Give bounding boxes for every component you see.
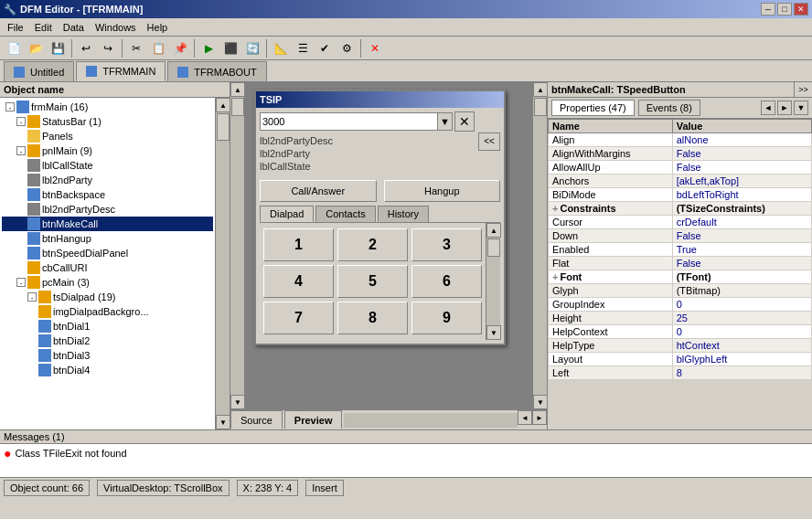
prop-row-layout[interactable]: Layout blGlyphLeft xyxy=(549,353,812,366)
toolbar-save[interactable]: 💾 xyxy=(48,38,68,58)
tree-item-btnspeeddial[interactable]: btnSpeedDialPanel xyxy=(2,246,213,260)
menu-edit[interactable]: Edit xyxy=(29,20,58,35)
hscroll-right[interactable]: ► xyxy=(532,410,547,425)
toolbar-refresh[interactable]: 🔄 xyxy=(242,38,262,58)
prop-row-font[interactable]: +Font (TFont) xyxy=(549,270,812,284)
tree-item-pcmain[interactable]: - pcMain (3) xyxy=(2,275,213,290)
tree-expand-frmmain[interactable]: - xyxy=(5,102,15,111)
tree-item-lblcallstate[interactable]: lblCallState xyxy=(2,158,213,173)
prop-row-height[interactable]: Height 25 xyxy=(549,312,812,325)
tree-expand-tsdialpad[interactable]: - xyxy=(27,292,37,302)
toolbar-paste[interactable]: 📌 xyxy=(170,38,190,58)
tab-tfrmabout[interactable]: TFRMABOUT xyxy=(167,61,266,81)
prop-row-down[interactable]: Down False xyxy=(549,229,812,243)
prop-row-left[interactable]: Left 8 xyxy=(549,366,812,380)
maximize-button[interactable]: □ xyxy=(777,3,792,16)
vscroll-thumb[interactable] xyxy=(217,113,230,141)
prop-nav-prev[interactable]: ◄ xyxy=(761,101,775,115)
tree-item-lbl2ndparty[interactable]: lbl2ndParty xyxy=(2,173,213,187)
tree-expand-statusbar[interactable]: - xyxy=(16,117,26,126)
toolbar-redo[interactable]: ↪ xyxy=(98,38,118,58)
tsip-arrow-up[interactable]: << xyxy=(478,132,500,151)
tree-item-imgdialpad[interactable]: imgDialpadBackgro... xyxy=(2,304,213,319)
tab-history[interactable]: History xyxy=(378,206,429,222)
tab-untitled[interactable]: Untitled xyxy=(4,61,74,81)
right-panel-expand-btn[interactable]: >> xyxy=(794,82,812,97)
dial-7[interactable]: 7 xyxy=(263,302,334,334)
tsip-dropdown-btn[interactable]: ▼ xyxy=(438,112,453,131)
prop-row-enabled[interactable]: Enabled True xyxy=(549,243,812,257)
tree-item-btndial3[interactable]: btnDial3 xyxy=(2,348,213,363)
prop-row-helpcontext[interactable]: HelpContext 0 xyxy=(549,325,812,339)
tree-item-btnmakecall[interactable]: btnMakeCall xyxy=(2,217,213,231)
center-vscroll-down[interactable]: ▼ xyxy=(230,395,245,409)
tab-events[interactable]: Events (8) xyxy=(638,100,700,116)
prop-row-alignwithmargins[interactable]: AlignWithMargins False xyxy=(549,147,812,161)
center-vscroll-up[interactable]: ▲ xyxy=(230,82,245,97)
tree-item-btndial1[interactable]: btnDial1 xyxy=(2,319,213,334)
prop-row-allowallup[interactable]: AllowAllUp False xyxy=(549,161,812,175)
tree-item-statusbar[interactable]: - StatusBar (1) xyxy=(2,114,213,129)
toolbar-undo[interactable]: ↩ xyxy=(76,38,96,58)
left-panel-vscroll[interactable]: ▲ ▼ xyxy=(215,98,230,429)
tree-expand-pcmain[interactable]: - xyxy=(16,278,26,287)
tree-expand-pnlmain[interactable]: - xyxy=(16,146,26,155)
tab-tfrmmain[interactable]: TFRMMAIN xyxy=(76,61,166,81)
toolbar-align[interactable]: ☰ xyxy=(293,38,313,58)
tree-item-cbcalluri[interactable]: cbCallURI xyxy=(2,260,213,275)
vscroll-up[interactable]: ▲ xyxy=(216,98,230,112)
toolbar-stop[interactable]: ⬛ xyxy=(220,38,240,58)
prop-row-helptype[interactable]: HelpType htContext xyxy=(549,339,812,353)
dial-3[interactable]: 3 xyxy=(411,228,482,261)
tab-dialpad[interactable]: Dialpad xyxy=(260,206,314,222)
dial-6[interactable]: 6 xyxy=(411,265,482,298)
tree-item-btndial4[interactable]: btnDial4 xyxy=(2,363,213,377)
dialpad-scroll-down[interactable]: ▼ xyxy=(486,325,501,340)
toolbar-options[interactable]: ⚙ xyxy=(337,38,357,58)
dialpad-vscroll[interactable]: ▲ ▼ xyxy=(486,223,500,340)
menu-help[interactable]: Help xyxy=(142,20,174,35)
toolbar-check[interactable]: ✔ xyxy=(315,38,335,58)
center-vscroll-right[interactable]: ▲ ▼ xyxy=(532,82,547,409)
center-right-scroll-down[interactable]: ▼ xyxy=(533,395,547,409)
toolbar-cut[interactable]: ✂ xyxy=(126,38,146,58)
tree-item-panels[interactable]: Panels xyxy=(2,129,213,143)
tsip-phone-input[interactable] xyxy=(260,112,438,131)
prop-row-bidimode[interactable]: BiDiMode bdLeftToRight xyxy=(549,188,812,202)
dial-2[interactable]: 2 xyxy=(337,228,408,261)
tsip-hangup-btn[interactable]: Hangup xyxy=(384,180,501,202)
center-right-thumb[interactable] xyxy=(534,98,547,116)
toolbar-close[interactable]: ✕ xyxy=(365,38,385,58)
prop-row-anchors[interactable]: Anchors [akLeft,akTop] xyxy=(549,175,812,188)
toolbar-open[interactable]: 📂 xyxy=(26,38,46,58)
prop-nav-down[interactable]: ▼ xyxy=(794,101,808,115)
tab-contacts[interactable]: Contacts xyxy=(315,206,375,222)
tree-item-btnhangup[interactable]: btnHangup xyxy=(2,231,213,246)
menu-windows[interactable]: Windows xyxy=(90,20,142,35)
menu-file[interactable]: File xyxy=(2,20,29,35)
center-vscroll-thumb[interactable] xyxy=(231,98,244,116)
toolbar-new[interactable]: 📄 xyxy=(4,38,24,58)
center-right-scroll-up[interactable]: ▲ xyxy=(533,82,547,97)
tsip-clear-btn[interactable]: ✕ xyxy=(454,111,475,132)
dial-9[interactable]: 9 xyxy=(411,302,482,334)
prop-nav-next[interactable]: ► xyxy=(777,101,792,115)
dialpad-scroll-up[interactable]: ▲ xyxy=(486,223,501,238)
menu-data[interactable]: Data xyxy=(58,20,90,35)
prop-row-glyph[interactable]: Glyph (TBitmap) xyxy=(549,284,812,298)
tree-item-lbl2ndpartydesc[interactable]: lbl2ndPartyDesc xyxy=(2,202,213,217)
toolbar-layout[interactable]: 📐 xyxy=(271,38,291,58)
dial-1[interactable]: 1 xyxy=(263,228,334,261)
minimize-button[interactable]: ─ xyxy=(761,3,775,16)
tab-preview[interactable]: Preview xyxy=(284,410,343,429)
dialpad-scroll-thumb[interactable] xyxy=(487,238,500,257)
center-vscroll-left[interactable]: ▲ ▼ xyxy=(230,82,245,409)
tree-item-tsdialpad[interactable]: - tsDialpad (19) xyxy=(2,290,213,304)
prop-row-constraints[interactable]: +Constraints (TSizeConstraints) xyxy=(549,202,812,216)
tree-item-frmmain[interactable]: - frmMain (16) xyxy=(2,100,213,114)
toolbar-run[interactable]: ▶ xyxy=(198,38,219,58)
prop-row-align[interactable]: Align alNone xyxy=(549,133,812,147)
toolbar-copy[interactable]: 📋 xyxy=(148,38,168,58)
tsip-call-btn[interactable]: Call/Answer xyxy=(260,180,377,202)
dial-8[interactable]: 8 xyxy=(337,302,408,334)
